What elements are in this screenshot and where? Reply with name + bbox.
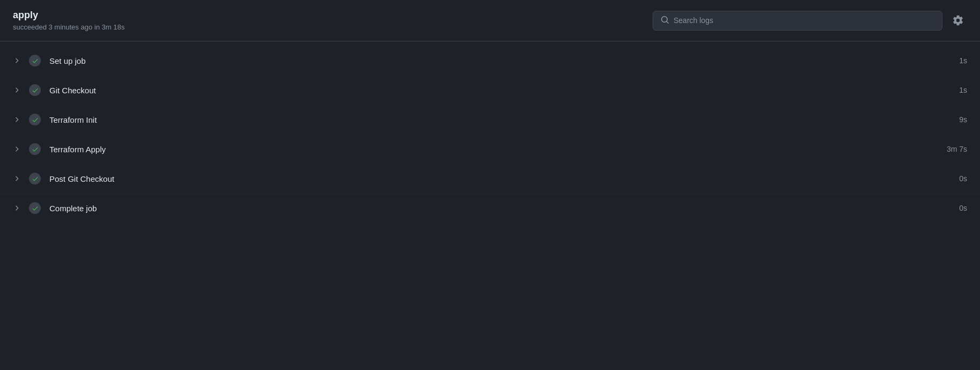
chevron-right-icon: [13, 175, 20, 182]
job-duration: 9s: [959, 115, 967, 124]
job-duration: 0s: [959, 174, 967, 183]
jobs-list: Set up job 1s Git Checkout 1s: [0, 42, 980, 227]
list-item[interactable]: Complete job 0s: [0, 194, 980, 223]
chevron-right-icon: [13, 204, 20, 212]
job-name: Post Git Checkout: [49, 174, 959, 183]
job-name: Complete job: [49, 204, 959, 213]
chevron-right-icon: [13, 86, 20, 94]
job-duration: 1s: [959, 56, 967, 65]
job-name: Terraform Apply: [49, 145, 947, 154]
status-success-icon: [29, 114, 41, 125]
search-input[interactable]: [674, 16, 934, 25]
status-success-icon: [29, 55, 41, 66]
list-item[interactable]: Git Checkout 1s: [0, 76, 980, 105]
header: apply succeeded 3 minutes ago in 3m 18s: [0, 0, 980, 41]
job-duration: 0s: [959, 204, 967, 212]
list-item[interactable]: Set up job 1s: [0, 46, 980, 76]
list-item[interactable]: Terraform Apply 3m 7s: [0, 135, 980, 164]
status-success-icon: [29, 143, 41, 155]
chevron-right-icon: [13, 116, 20, 123]
job-name: Set up job: [49, 56, 959, 65]
page-title: apply: [13, 10, 125, 21]
header-left: apply succeeded 3 minutes ago in 3m 18s: [13, 10, 125, 31]
chevron-right-icon: [13, 145, 20, 153]
page-subtitle: succeeded 3 minutes ago in 3m 18s: [13, 23, 125, 31]
search-container[interactable]: [653, 11, 942, 31]
job-name: Git Checkout: [49, 86, 959, 95]
gear-icon: [952, 14, 964, 26]
job-name: Terraform Init: [49, 115, 959, 124]
status-success-icon: [29, 202, 41, 214]
settings-button[interactable]: [949, 11, 967, 29]
page-container: apply succeeded 3 minutes ago in 3m 18s: [0, 0, 980, 227]
job-duration: 3m 7s: [947, 145, 967, 153]
status-success-icon: [29, 84, 41, 96]
chevron-right-icon: [13, 57, 20, 64]
search-icon: [661, 16, 669, 26]
list-item[interactable]: Post Git Checkout 0s: [0, 164, 980, 194]
job-duration: 1s: [959, 86, 967, 94]
header-right: [653, 11, 967, 31]
list-item[interactable]: Terraform Init 9s: [0, 105, 980, 135]
status-success-icon: [29, 173, 41, 184]
